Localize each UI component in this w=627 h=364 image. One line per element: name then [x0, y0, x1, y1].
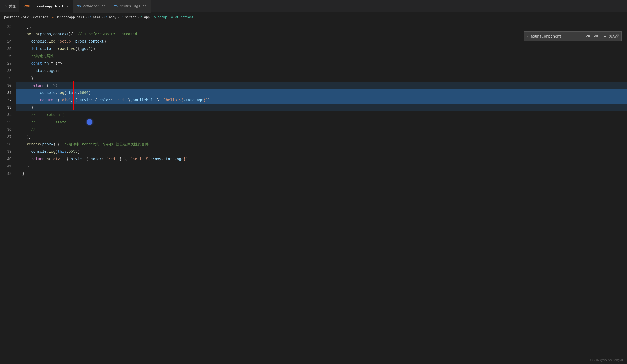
code-line-25: let state = reactive({age:2})	[16, 45, 627, 52]
ln-31: 31	[0, 89, 12, 97]
breadcrumb-vue[interactable]: vue	[23, 15, 29, 19]
tab-createapp[interactable]: HTML 8createApp.html ✕	[19, 0, 73, 13]
breadcrumb-examples[interactable]: examples	[33, 15, 48, 19]
ln-29: 29	[0, 75, 12, 82]
breadcrumb-body[interactable]: ⬡ body	[104, 15, 116, 19]
tab-renderer[interactable]: TS renderer.ts	[73, 0, 110, 13]
breadcrumb-function[interactable]: ⊙ <function>	[171, 15, 194, 19]
breadcrumb-file[interactable]: ◇ 8createApp.html	[52, 15, 84, 19]
ln-42: 42	[0, 170, 12, 177]
breadcrumb-setup[interactable]: ⊙ setup	[154, 15, 167, 19]
editor-area: 22 23 24 25 26 27 28 29 30 31 32 33 34 3…	[0, 22, 627, 364]
breadcrumb-packages[interactable]: packages	[4, 15, 19, 19]
code-line-41: }	[16, 163, 627, 170]
ln-25: 25	[0, 45, 12, 52]
tab-shapeflags[interactable]: TS shapeFlags.ts	[110, 0, 151, 13]
code-line-27: const fn =()=>{	[16, 60, 627, 67]
search-expand-icon[interactable]: ›	[526, 34, 528, 38]
ln-26: 26	[0, 52, 12, 60]
code-line-28: state.age++	[16, 67, 627, 75]
tab-shapeflags-label: shapeFlags.ts	[120, 4, 146, 8]
ln-34: 34	[0, 111, 12, 119]
ln-38: 38	[0, 141, 12, 148]
code-line-34: // return {	[16, 111, 627, 119]
ln-27: 27	[0, 60, 12, 67]
ln-30: 30	[0, 82, 12, 89]
breadcrumb-html[interactable]: ⬡ html	[88, 15, 100, 19]
code-line-26: //其他的属性	[16, 52, 627, 60]
ln-36: 36	[0, 126, 12, 133]
ln-32: 32	[0, 97, 12, 104]
ln-33: 33	[0, 104, 12, 111]
code-line-39: console.log(this,5555)	[16, 148, 627, 155]
search-bar: › Aa Ab| ✱ 无结果	[524, 31, 622, 41]
code-line-31: console.log(state,6666)	[16, 89, 627, 97]
close-all-icon: ✕	[5, 4, 7, 9]
match-case-icon[interactable]: Aa	[585, 34, 591, 39]
breadcrumb: packages › vue › examples › ◇ 8createApp…	[0, 13, 627, 22]
search-no-result: 无结果	[609, 34, 619, 39]
tab-renderer-label: renderer.ts	[83, 4, 106, 8]
code-content[interactable]: }， setup(props,context){ // 1 beforeCrea…	[16, 22, 627, 364]
watermark: CSDN @youyoufenglai	[590, 358, 623, 362]
regex-icon[interactable]: ✱	[603, 34, 607, 39]
match-word-icon[interactable]: Ab|	[593, 34, 601, 39]
ln-23: 23	[0, 30, 12, 38]
html-file-icon: HTML	[24, 5, 30, 8]
code-line-36: // }	[16, 126, 627, 133]
ts-file-icon-1: TS	[77, 5, 81, 8]
text-cursor	[87, 119, 92, 125]
search-input[interactable]	[531, 34, 583, 38]
ln-40: 40	[0, 155, 12, 163]
ln-39: 39	[0, 148, 12, 155]
code-line-33: }	[16, 104, 627, 111]
breadcrumb-app[interactable]: ⊙ App	[140, 15, 150, 19]
code-line-32: return h('div', { style: { color: 'red' …	[16, 97, 627, 104]
code-line-40: return h('div', { style: { color: 'red' …	[16, 155, 627, 163]
ln-35: 35	[0, 119, 12, 126]
code-line-30: return ()=>{	[16, 82, 627, 89]
code-line-42: }	[16, 170, 627, 177]
tab-createapp-label: 8createApp.html	[33, 4, 63, 8]
close-all-label: 关注	[9, 4, 16, 9]
ln-22: 22	[0, 23, 12, 30]
ts-file-icon-2: TS	[114, 5, 118, 8]
ln-24: 24	[0, 38, 12, 45]
breadcrumb-script[interactable]: ⬡ script	[121, 15, 136, 19]
code-line-29: }	[16, 75, 627, 82]
code-line-22: }，	[16, 23, 627, 30]
tab-close-icon[interactable]: ✕	[66, 4, 69, 9]
code-line-38: render(proxy) { //组件中 render第一个参数 就是组件属性…	[16, 141, 627, 148]
tab-bar: ✕ 关注 HTML 8createApp.html ✕ TS renderer.…	[0, 0, 627, 13]
code-line-37: },	[16, 133, 627, 141]
code-line-35: // state	[16, 119, 627, 126]
close-all-button[interactable]: ✕ 关注	[2, 3, 18, 10]
ln-28: 28	[0, 67, 12, 75]
ln-41: 41	[0, 163, 12, 170]
ln-37: 37	[0, 133, 12, 141]
line-numbers: 22 23 24 25 26 27 28 29 30 31 32 33 34 3…	[0, 22, 16, 364]
